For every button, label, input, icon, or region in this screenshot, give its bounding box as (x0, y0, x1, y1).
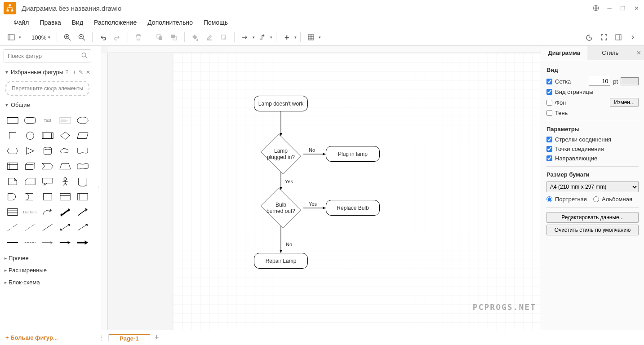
section-flowchart[interactable]: ▸Блок-схема (0, 276, 95, 288)
language-icon[interactable] (592, 4, 600, 12)
grid-checkbox[interactable] (546, 79, 552, 84)
shape-callout[interactable] (40, 175, 55, 188)
shape-arrow[interactable] (75, 205, 90, 219)
insert-icon[interactable]: + (280, 31, 293, 44)
shape-bidir-line[interactable] (57, 221, 73, 234)
node-plugin[interactable]: Plug in lamp (326, 146, 380, 162)
page[interactable]: Lamp doesn't work Lamp plugged in? Plug … (173, 53, 541, 330)
add-icon[interactable]: + (73, 69, 76, 75)
shape-dotted-line[interactable] (22, 221, 38, 234)
table-icon[interactable] (304, 31, 318, 44)
menu-extras[interactable]: Дополнительно (143, 17, 197, 28)
undo-icon[interactable] (96, 31, 110, 44)
shape-harrow-bold[interactable] (75, 236, 90, 249)
sidebar-splitter[interactable]: ⁞ (95, 46, 101, 330)
more-shapes-button[interactable]: + Больше фигур... (0, 330, 95, 345)
menu-arrange[interactable]: Расположение (89, 17, 141, 28)
shape-step[interactable] (40, 159, 55, 173)
menu-file[interactable]: Файл (9, 17, 33, 28)
landscape-radio[interactable] (593, 196, 599, 202)
delete-icon[interactable] (132, 31, 145, 44)
edit-data-button[interactable]: Редактировать данные... (546, 212, 639, 223)
shape-bidir-arrow[interactable] (57, 205, 73, 219)
shape-curve-arrow[interactable] (40, 205, 55, 219)
shape-harrow[interactable] (57, 236, 73, 249)
shape-ellipse[interactable] (75, 114, 90, 127)
panel-close-icon[interactable]: ✕ (633, 46, 644, 60)
search-input[interactable] (4, 49, 91, 62)
shape-and[interactable] (22, 190, 38, 203)
shape-parallelogram[interactable] (75, 129, 90, 142)
shape-actor[interactable] (57, 175, 73, 188)
node-burned[interactable]: Bulb burned out? (258, 190, 303, 226)
waypoints-icon[interactable] (256, 31, 269, 44)
shape-rect[interactable] (4, 114, 20, 127)
close-icon[interactable]: ✕ (632, 4, 640, 12)
shape-or[interactable] (4, 190, 20, 203)
pageview-checkbox[interactable] (546, 89, 552, 95)
node-start[interactable]: Lamp doesn't work (254, 96, 308, 111)
shadow-checkbox[interactable] (546, 110, 552, 116)
edge-label[interactable]: No (308, 147, 316, 153)
shape-internal-storage[interactable] (4, 159, 20, 173)
view-sidebar-icon[interactable] (4, 31, 18, 44)
edge-label[interactable]: Yes (308, 201, 318, 207)
edge-label[interactable]: Yes (284, 179, 294, 184)
zoom-control[interactable]: 100%▾ (29, 34, 53, 41)
shape-note[interactable] (4, 175, 20, 188)
shape-hline[interactable] (4, 236, 20, 249)
edge-label[interactable]: No (285, 242, 293, 247)
menu-edit[interactable]: Правка (35, 17, 65, 28)
page-tab[interactable]: Page-1 (109, 334, 150, 342)
shape-triangle[interactable] (22, 144, 38, 158)
favorites-dropzone[interactable]: Перетащите сюда элементы (5, 81, 89, 96)
shape-card[interactable] (22, 175, 38, 188)
section-misc[interactable]: ▸Прочее (0, 252, 95, 264)
shape-list[interactable] (4, 205, 20, 219)
paper-size-select[interactable]: A4 (210 mm x 297 mm) (546, 181, 639, 192)
shape-process[interactable] (40, 129, 55, 142)
grid-size-input[interactable] (589, 77, 610, 86)
shape-textbox[interactable] (57, 114, 73, 127)
conn-points-checkbox[interactable] (546, 146, 552, 152)
shape-curve-shape[interactable] (75, 175, 90, 188)
shape-harrow-thin[interactable] (40, 236, 55, 249)
edit-icon[interactable]: ✎ (79, 69, 83, 75)
shape-datastore[interactable] (40, 190, 55, 203)
shape-hcontainer[interactable] (75, 190, 90, 203)
node-repair[interactable]: Repair Lamp (254, 253, 308, 269)
section-favorites[interactable]: ▼Избранные фигуры? +✎✕ (0, 66, 95, 78)
shape-rounded-rect[interactable] (22, 114, 38, 127)
remove-icon[interactable]: ✕ (86, 69, 90, 75)
shape-circle[interactable] (22, 129, 38, 142)
maximize-icon[interactable]: ☐ (619, 4, 627, 12)
redo-icon[interactable] (111, 31, 124, 44)
search-icon[interactable] (81, 52, 88, 60)
node-plugged[interactable]: Lamp plugged in? (258, 136, 303, 172)
shape-trapezoid[interactable] (57, 159, 73, 173)
zoom-out-icon[interactable] (75, 31, 89, 44)
shape-square[interactable] (4, 129, 20, 142)
shape-dir-line[interactable] (75, 221, 90, 234)
to-back-icon[interactable] (167, 31, 181, 44)
menu-view[interactable]: Вид (67, 17, 88, 28)
to-front-icon[interactable] (153, 31, 166, 44)
change-bg-button[interactable]: Измен... (610, 98, 639, 107)
shape-container[interactable] (57, 190, 73, 203)
shape-dashed-line[interactable] (4, 221, 20, 234)
collapse-icon[interactable] (626, 31, 640, 44)
grid-color-swatch[interactable] (621, 77, 639, 85)
shape-hexagon[interactable] (4, 144, 20, 158)
clear-style-button[interactable]: Очистить стиль по умолчанию (546, 225, 639, 235)
page-menu-icon[interactable]: ⋮ (95, 334, 109, 341)
shape-cloud[interactable] (57, 144, 73, 158)
format-icon[interactable] (612, 31, 625, 44)
node-replace[interactable]: Replace Bulb (326, 200, 380, 216)
section-common[interactable]: ▼Общие (0, 99, 95, 111)
zoom-in-icon[interactable] (61, 31, 74, 44)
shape-cube[interactable] (22, 159, 38, 173)
shape-text[interactable]: Text (40, 114, 55, 127)
shape-diamond[interactable] (57, 129, 73, 142)
tab-style[interactable]: Стиль (587, 46, 634, 60)
tab-diagram[interactable]: Диаграмма (541, 46, 587, 60)
